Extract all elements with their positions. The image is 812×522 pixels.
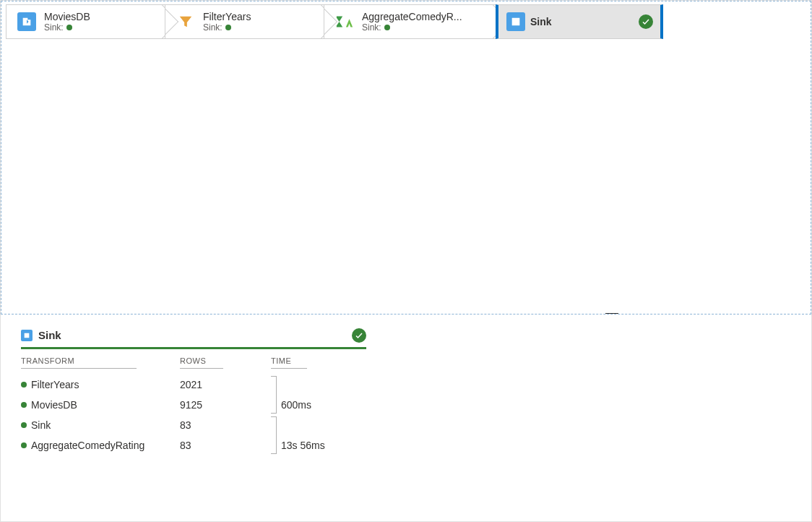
col-header-time: TIME — [271, 352, 307, 369]
col-header-transform: TRANSFORM — [21, 352, 137, 369]
transform-name: Sink — [31, 419, 51, 431]
status-dot — [225, 25, 231, 30]
node-title: Sink — [530, 16, 616, 27]
node-sink[interactable]: Sink — [496, 4, 663, 39]
success-check-icon — [639, 14, 653, 29]
details-title: Sink — [38, 329, 61, 341]
node-subtitle: Sink: — [44, 22, 64, 33]
dataflow-canvas[interactable]: MoviesDB Sink: FilterYears Sink: — [1, 1, 811, 315]
node-subtitle: Sink: — [203, 22, 223, 33]
node-filteryears[interactable]: FilterYears Sink: — [165, 4, 338, 39]
pipeline-row: MoviesDB Sink: FilterYears Sink: — [1, 1, 811, 42]
time-value: 600ms — [281, 399, 311, 411]
status-dot — [21, 402, 27, 408]
transform-name: AggregateComedyRating — [31, 440, 144, 451]
details-panel: Sink TRANSFORM FilterYears MoviesDB Sink… — [1, 315, 811, 470]
success-check-icon — [352, 328, 366, 343]
node-moviesdb[interactable]: MoviesDB Sink: — [6, 4, 179, 39]
sink-icon — [21, 330, 33, 341]
rows-value: 9125 — [180, 399, 202, 411]
status-dot — [21, 442, 27, 448]
source-icon — [11, 12, 43, 31]
sink-icon — [503, 12, 529, 31]
rows-value: 83 — [180, 440, 191, 451]
node-subtitle: Sink: — [362, 22, 381, 33]
node-title: MoviesDB — [44, 11, 151, 22]
status-dot — [21, 382, 27, 388]
node-title: AggregateComedyR... — [362, 11, 482, 22]
rows-value: 2021 — [180, 379, 202, 390]
status-dot — [66, 25, 72, 30]
panel-resize-handle[interactable] — [605, 313, 618, 315]
node-title: FilterYears — [203, 11, 310, 22]
transform-name: MoviesDB — [31, 399, 77, 411]
transform-name: FilterYears — [31, 379, 79, 390]
status-dot — [21, 422, 27, 428]
status-dot — [384, 25, 390, 30]
time-value: 13s 56ms — [281, 440, 325, 451]
node-aggregate[interactable]: AggregateComedyR... Sink: — [324, 4, 510, 39]
rows-value: 83 — [180, 419, 191, 431]
details-header: Sink — [21, 329, 366, 349]
col-header-rows: ROWS — [180, 352, 223, 369]
